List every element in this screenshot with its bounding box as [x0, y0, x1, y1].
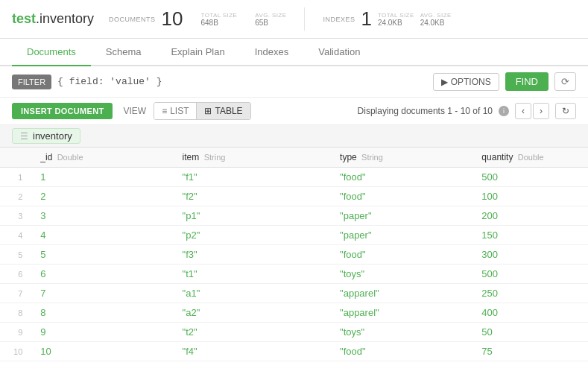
options-button[interactable]: ▶ OPTIONS	[433, 73, 499, 91]
cell-id: 9	[28, 323, 170, 342]
collection-header: ☰ inventory	[0, 125, 588, 148]
cell-item: "a1"	[171, 284, 328, 303]
row-number: 2	[0, 187, 28, 206]
view-label: VIEW	[123, 106, 146, 116]
refresh-button[interactable]: ↻	[555, 103, 576, 119]
total-size-value: 648B	[201, 19, 218, 27]
cell-item: "p1"	[171, 206, 328, 226]
table-row: 5 5 "f3" "food" 300	[0, 245, 588, 265]
cell-type: "apparel"	[328, 303, 470, 323]
row-number: 3	[0, 206, 28, 226]
cell-quantity: 50	[470, 323, 588, 342]
filter-label: FILTER	[18, 77, 45, 86]
cell-type: "apparel"	[328, 284, 470, 303]
documents-stat: DOCUMENTS 10	[109, 7, 183, 31]
cell-type: "food"	[328, 245, 470, 265]
indexes-avg-size-value: 24.0KB	[420, 19, 445, 27]
tab-validation[interactable]: Validation	[303, 39, 375, 66]
cell-type: "food"	[328, 168, 470, 187]
list-view-button[interactable]: ≡ LIST	[154, 103, 196, 119]
documents-count: 10	[162, 7, 183, 31]
table-row: 3 3 "p1" "paper" 200	[0, 206, 588, 226]
documents-label: DOCUMENTS	[109, 16, 156, 23]
col-header-type: type String	[328, 148, 470, 168]
insert-document-button[interactable]: INSERT DOCUMENT	[12, 103, 113, 119]
cell-item: "a2"	[171, 303, 328, 323]
filter-input[interactable]	[57, 76, 427, 87]
indexes-avg-size: AVG. SIZE 24.0KB	[420, 12, 452, 27]
row-number: 1	[0, 168, 28, 187]
cell-type: "paper"	[328, 226, 470, 245]
find-button[interactable]: FIND	[505, 72, 549, 91]
table-row: 2 2 "f2" "food" 100	[0, 187, 588, 206]
cell-item: "p2"	[171, 226, 328, 245]
col-header-quantity: quantity Double	[470, 148, 588, 168]
total-size-stat: TOTAL SIZE 648B	[201, 12, 238, 27]
options-label: OPTIONS	[451, 77, 491, 87]
cell-id: 7	[28, 284, 170, 303]
tab-documents[interactable]: Documents	[12, 39, 91, 66]
row-number-header	[0, 148, 28, 168]
cell-quantity: 150	[470, 226, 588, 245]
header-stats: DOCUMENTS 10 TOTAL SIZE 648B AVG. SIZE 6…	[109, 7, 452, 31]
col-qty-label: quantity	[481, 152, 513, 162]
prev-page-button[interactable]: ‹	[515, 103, 531, 119]
row-number: 9	[0, 323, 28, 342]
logo-prefix: test	[12, 11, 36, 26]
row-number: 7	[0, 284, 28, 303]
tab-explain-plan[interactable]: Explain Plan	[156, 39, 239, 66]
col-qty-type: Double	[518, 153, 544, 162]
avg-size-stat: AVG. SIZE 65B	[255, 12, 286, 27]
cell-id: 5	[28, 245, 170, 265]
table-row: 7 7 "a1" "apparel" 250	[0, 284, 588, 303]
list-label: LIST	[170, 106, 189, 116]
col-item-type: String	[204, 153, 226, 162]
app-logo: test.inventory	[12, 11, 94, 27]
cell-type: "food"	[328, 187, 470, 206]
filter-button[interactable]: FILTER	[12, 75, 51, 89]
tab-indexes[interactable]: Indexes	[240, 39, 304, 66]
tab-bar: Documents Schema Explain Plan Indexes Va…	[0, 39, 588, 66]
table-row: 8 8 "a2" "apparel" 400	[0, 303, 588, 323]
col-id-label: _id	[40, 152, 52, 162]
query-history-button[interactable]: ⟳	[554, 72, 576, 91]
cell-quantity: 250	[470, 284, 588, 303]
avg-size-value: 65B	[255, 19, 268, 27]
col-header-item: item String	[171, 148, 328, 168]
cell-item: "f1"	[171, 168, 328, 187]
cell-id: 10	[28, 342, 170, 361]
collection-icon: ☰	[20, 131, 28, 142]
cell-type: "toys"	[328, 265, 470, 284]
info-icon[interactable]: i	[499, 106, 509, 116]
col-header-id: _id Double	[28, 148, 170, 168]
table-view-button[interactable]: ⊞ TABLE	[196, 103, 250, 119]
cell-id: 4	[28, 226, 170, 245]
cell-id: 2	[28, 187, 170, 206]
filter-toolbar: FILTER ▶ OPTIONS FIND ⟳	[0, 66, 588, 98]
table-icon: ⊞	[204, 106, 212, 116]
documents-table: _id Double item String type String quant…	[0, 148, 588, 361]
pagination-text: Displaying documents 1 - 10 of 10	[358, 106, 493, 116]
collection-name-badge: ☰ inventory	[12, 128, 80, 144]
cell-item: "t2"	[171, 323, 328, 342]
indexes-total-size-value: 24.0KB	[378, 19, 402, 27]
next-page-button[interactable]: ›	[533, 103, 549, 119]
col-type-label: type	[340, 152, 357, 162]
row-number: 10	[0, 342, 28, 361]
pagination-nav: ‹ ›	[515, 103, 549, 119]
chevron-right-icon: ▶	[441, 77, 448, 87]
tab-schema[interactable]: Schema	[91, 39, 157, 66]
table-row: 6 6 "t1" "toys" 500	[0, 265, 588, 284]
indexes-label: INDEXES	[323, 16, 355, 23]
table-label: TABLE	[215, 106, 242, 116]
indexes-avg-size-label: AVG. SIZE	[420, 12, 452, 19]
cell-type: "toys"	[328, 323, 470, 342]
cell-quantity: 200	[470, 206, 588, 226]
col-type-type: String	[361, 153, 383, 162]
row-number: 5	[0, 245, 28, 265]
indexes-count: 1	[361, 7, 371, 31]
cell-item: "f3"	[171, 245, 328, 265]
cell-quantity: 300	[470, 245, 588, 265]
table-header-row: _id Double item String type String quant…	[0, 148, 588, 168]
history-icon: ⟳	[561, 76, 569, 87]
